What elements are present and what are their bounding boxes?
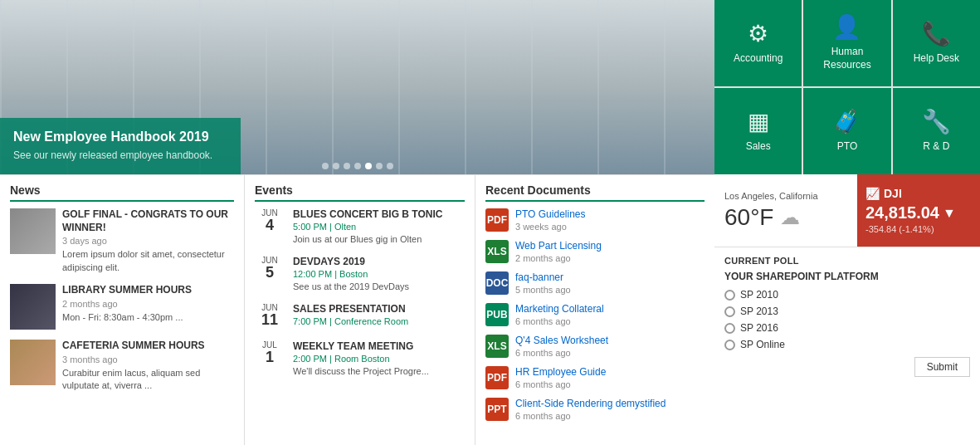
hero-dot-4[interactable] (354, 163, 361, 169)
event-date-3: Jun 11 (255, 303, 285, 329)
doc-item-6[interactable]: PDF HR Employee Guide 6 months ago (485, 366, 705, 389)
poll-radio-3[interactable] (724, 323, 735, 334)
weather-temp: 60°F (724, 204, 773, 231)
tile-pto[interactable]: 🧳 PTO (803, 88, 890, 174)
events-panel: Events Jun 4 BLUES CONCERT BIG B TONIC 5… (245, 175, 475, 445)
doc-name-4: Marketing Collateral (515, 303, 604, 315)
docs-section-title: Recent Documents (485, 183, 705, 202)
event-item-2[interactable]: Jun 5 DEVDAYS 2019 12:00 PM | Boston See… (255, 256, 465, 291)
weather-widget: Los Angeles, California 60°F ☁ (714, 174, 857, 247)
tile-help-desk[interactable]: 📞 Help Desk (893, 0, 980, 86)
hero-dot-2[interactable] (333, 163, 339, 169)
doc-item-5[interactable]: XLS Q'4 Sales Worksheet 6 months ago (485, 335, 705, 358)
doc-item-2[interactable]: XLS Web Part Licensing 2 months ago (485, 240, 705, 263)
tile-icon-3: 📞 (922, 22, 951, 46)
doc-icon-5: XLS (485, 335, 509, 358)
poll-radio-1[interactable] (724, 290, 735, 301)
doc-date-5: 6 months ago (515, 348, 608, 358)
hero-banner: New Employee Handbook 2019 See our newly… (0, 0, 714, 174)
hero-dot-1[interactable] (322, 163, 329, 169)
hero-title: New Employee Handbook 2019 (13, 130, 227, 144)
doc-name-2: Web Part Licensing (515, 240, 602, 252)
event-time-3: 7:00 PM | Conference Room (293, 316, 465, 326)
hero-overlay: New Employee Handbook 2019 See our newly… (0, 118, 241, 174)
poll-question: YOUR SHAREPOINT PLATFORM (724, 271, 970, 282)
doc-name-7: Client-Side Rendering demystified (515, 398, 666, 409)
hero-dot-6[interactable] (376, 163, 383, 169)
poll-option-label-4: SP Online (740, 339, 785, 350)
doc-date-7: 6 months ago (515, 411, 666, 421)
stock-chart-icon: 📈 (865, 187, 880, 200)
stock-value: 24,815.04 (865, 203, 939, 222)
tile-human-resources[interactable]: 👤 Human Resources (803, 0, 890, 86)
event-time-1: 5:00 PM | Olten (293, 222, 465, 232)
poll-section-title: Current Poll (724, 256, 970, 266)
hero-subtitle: See our newly released employee handbook… (13, 149, 227, 161)
event-desc-4: We'll discuss the Project Progre... (293, 366, 465, 376)
poll-radio-4[interactable] (724, 340, 735, 350)
event-title-2: DEVDAYS 2019 (293, 256, 465, 267)
tile-r-&-d[interactable]: 🔧 R & D (893, 88, 980, 174)
hero-dot-3[interactable] (344, 163, 350, 169)
event-item-1[interactable]: Jun 4 BLUES CONCERT BIG B TONIC 5:00 PM … (255, 208, 465, 244)
doc-date-1: 3 weeks ago (515, 222, 586, 232)
poll-option-2[interactable]: SP 2013 (724, 306, 970, 317)
events-section-title: Events (255, 183, 465, 202)
event-item-4[interactable]: Jul 1 WEEKLY TEAM MEETING 2:00 PM | Room… (255, 340, 465, 376)
news-panel: News GOLF FINAL - CONGRATS TO OUR WINNER… (0, 175, 245, 445)
poll-option-label-2: SP 2013 (740, 306, 778, 317)
doc-icon-1: PDF (485, 208, 509, 232)
tiles-grid: ⚙ Accounting 👤 Human Resources 📞 Help De… (714, 0, 980, 174)
doc-item-1[interactable]: PDF PTO Guidelines 3 weeks ago (485, 208, 705, 232)
weather-location: Los Angeles, California (724, 191, 847, 201)
news-body-2: Mon - Fri: 8:30am - 4:30pm ... (62, 311, 234, 324)
poll-option-4[interactable]: SP Online (724, 339, 970, 350)
tile-icon-5: 🧳 (832, 110, 861, 134)
news-headline-3: CAFETERIA SUMMER HOURS (62, 340, 234, 353)
tile-icon-2: 👤 (832, 16, 861, 39)
news-date-1: 3 days ago (62, 236, 234, 246)
doc-name-1: PTO Guidelines (515, 208, 586, 220)
poll-radio-2[interactable] (724, 306, 735, 317)
docs-panel: Recent Documents PDF PTO Guidelines 3 we… (475, 175, 714, 445)
tile-label-6: R & D (923, 140, 949, 154)
hero-dot-7[interactable] (387, 163, 393, 169)
poll-option-label-1: SP 2010 (740, 289, 778, 301)
news-thumb-2 (10, 284, 56, 330)
tile-icon-6: 🔧 (922, 110, 951, 134)
news-body-3: Curabitur enim lacus, aliquam sed vulput… (62, 367, 234, 393)
doc-icon-7: PPT (485, 398, 509, 421)
tile-sales[interactable]: ▦ Sales (714, 88, 802, 174)
tile-label-1: Accounting (734, 52, 783, 66)
poll-submit-button[interactable]: Submit (914, 357, 970, 377)
event-title-3: SALES PRESENTATION (293, 303, 465, 315)
news-section-title: News (10, 183, 234, 202)
event-title-1: BLUES CONCERT BIG B TONIC (293, 208, 465, 220)
hero-dots (322, 163, 393, 169)
event-item-3[interactable]: Jun 11 SALES PRESENTATION 7:00 PM | Conf… (255, 303, 465, 329)
doc-icon-4: PUB (485, 303, 509, 326)
doc-item-7[interactable]: PPT Client-Side Rendering demystified 6 … (485, 398, 705, 421)
poll-option-1[interactable]: SP 2010 (724, 289, 970, 301)
event-time-4: 2:00 PM | Room Boston (293, 354, 465, 364)
news-headline-1: GOLF FINAL - CONGRATS TO OUR WINNER! (62, 208, 234, 234)
event-date-1: Jun 4 (255, 208, 285, 244)
doc-item-4[interactable]: PUB Marketing Collateral 6 months ago (485, 303, 705, 326)
tile-label-3: Help Desk (914, 52, 959, 66)
cloud-icon: ☁ (780, 206, 800, 229)
doc-icon-6: PDF (485, 366, 509, 389)
poll-option-3[interactable]: SP 2016 (724, 322, 970, 334)
tile-accounting[interactable]: ⚙ Accounting (714, 0, 802, 86)
doc-date-3: 5 months ago (515, 285, 571, 295)
event-date-2: Jun 5 (255, 256, 285, 291)
news-item-3[interactable]: CAFETERIA SUMMER HOURS 3 months ago Cura… (10, 340, 234, 392)
doc-date-4: 6 months ago (515, 316, 604, 326)
hero-dot-5[interactable] (365, 163, 372, 169)
tile-icon-1: ⚙ (748, 22, 768, 46)
news-date-2: 2 months ago (62, 299, 234, 309)
news-item-1[interactable]: GOLF FINAL - CONGRATS TO OUR WINNER! 3 d… (10, 208, 234, 274)
stock-name: DJI (884, 187, 902, 200)
doc-item-3[interactable]: DOC faq-banner 5 months ago (485, 271, 705, 295)
doc-icon-2: XLS (485, 240, 509, 263)
news-item-2[interactable]: LIBRARY SUMMER HOURS 2 months ago Mon - … (10, 284, 234, 330)
